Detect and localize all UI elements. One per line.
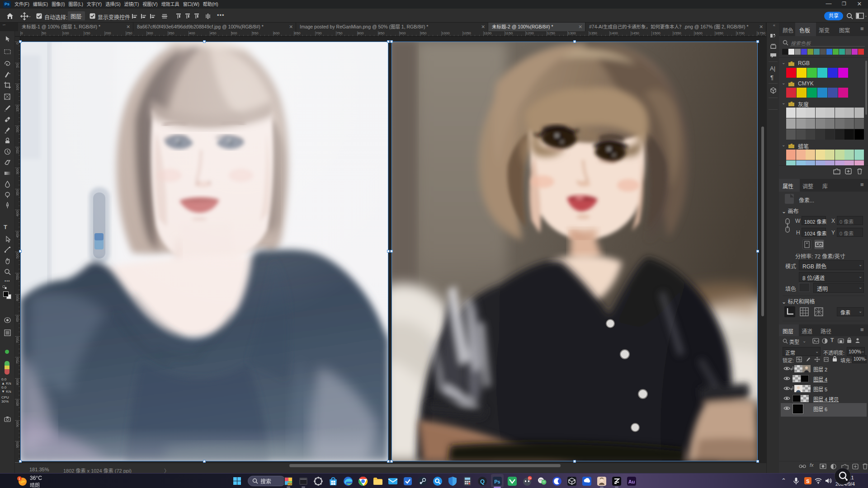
svg-text:PS8: PS8 <box>288 483 292 485</box>
svg-text:S: S <box>806 479 809 484</box>
svg-text:1: 1 <box>19 477 21 481</box>
svg-text:Q: Q <box>480 478 485 485</box>
svg-text:Au: Au <box>628 479 635 484</box>
svg-text:2+: 2+ <box>528 477 532 480</box>
